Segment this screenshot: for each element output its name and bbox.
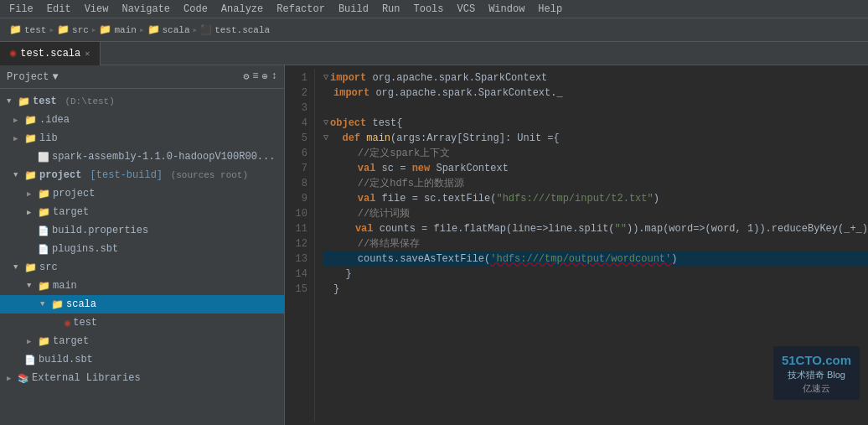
folder-icon-test: 📁 bbox=[18, 96, 30, 108]
breadcrumb-src[interactable]: src bbox=[72, 25, 89, 35]
tabs-bar: ◉ test.scala ✕ bbox=[0, 42, 868, 65]
menu-refactor[interactable]: Refactor bbox=[271, 2, 331, 17]
file-icon-build-props: 📄 bbox=[38, 225, 49, 236]
arrow-main: ▼ bbox=[27, 282, 35, 290]
tree-item-build-properties[interactable]: 📄 build.properties bbox=[0, 221, 284, 240]
kw-val-sc: val bbox=[358, 161, 376, 176]
menu-build[interactable]: Build bbox=[333, 2, 375, 17]
breadcrumb-file[interactable]: test.scala bbox=[214, 25, 270, 35]
tree-item-main[interactable]: ▼ 📁 main bbox=[0, 277, 284, 295]
menu-file[interactable]: File bbox=[3, 2, 39, 17]
tree-label-spark: spark-assembly-1.1.0-hadoopV100R00... bbox=[52, 151, 275, 163]
menu-edit[interactable]: Edit bbox=[41, 2, 77, 17]
tree-label-ext-libs: External Libraries bbox=[32, 372, 141, 384]
folder-icon-main: 📁 bbox=[38, 280, 50, 293]
arrow-test: ▼ bbox=[7, 97, 15, 106]
tree-item-target2[interactable]: ▶ 📁 target bbox=[0, 332, 284, 350]
fold-1[interactable]: ▽ bbox=[323, 70, 328, 86]
menu-tools[interactable]: Tools bbox=[408, 2, 450, 17]
sidebar-action-4[interactable]: ↕ bbox=[271, 70, 277, 83]
kw-val-file: val bbox=[358, 191, 376, 206]
tab-label: test.scala bbox=[20, 48, 80, 60]
space-def bbox=[360, 131, 366, 146]
arrow-test-file bbox=[54, 319, 62, 327]
code-line-10: //统计词频 bbox=[323, 206, 868, 221]
menu-code[interactable]: Code bbox=[178, 2, 214, 17]
sidebar-action-3[interactable]: ⊕ bbox=[262, 70, 268, 83]
tree-sources-root: (sources root) bbox=[165, 170, 248, 180]
kw-import-1: import bbox=[330, 70, 366, 86]
sidebar-action-1[interactable]: ⚙ bbox=[243, 70, 249, 83]
menu-window[interactable]: Window bbox=[483, 2, 530, 17]
menu-run[interactable]: Run bbox=[376, 2, 406, 17]
folder-icon-target2: 📁 bbox=[38, 335, 50, 348]
tree-item-project-sub[interactable]: ▶ 📁 project bbox=[0, 184, 284, 203]
code-line-4: ▽ object test{ bbox=[323, 116, 868, 131]
tree-item-test[interactable]: ▼ 📁 test (D:\test) bbox=[0, 92, 284, 111]
sep2: ▸ bbox=[91, 24, 97, 35]
comment-4: //将结果保存 bbox=[333, 236, 420, 251]
tree-item-scala[interactable]: ▼ 📁 scala bbox=[0, 295, 284, 314]
menu-bar: File Edit View Navigate Code Analyze Ref… bbox=[0, 0, 868, 18]
close-brace-14: } bbox=[333, 267, 352, 282]
tree-item-project-build[interactable]: ▼ 📁 project [test-build] (sources root) bbox=[0, 166, 284, 184]
code-line-3 bbox=[323, 101, 868, 116]
sidebar-dropdown-icon[interactable]: ▼ bbox=[52, 71, 58, 83]
tree-item-build-sbt[interactable]: 📄 build.sbt bbox=[0, 350, 284, 369]
menu-help[interactable]: Help bbox=[532, 2, 568, 17]
tree-item-target1[interactable]: ▶ 📁 target bbox=[0, 203, 284, 221]
tree-item-plugins-sbt[interactable]: 📄 plugins.sbt bbox=[0, 240, 284, 258]
tree-label-target1: target bbox=[53, 206, 89, 218]
class-test: test{ bbox=[366, 116, 402, 131]
tab-scala-icon: ◉ bbox=[10, 47, 16, 60]
editor: 12345 678910 1112131415 ▽ import org.apa… bbox=[285, 65, 868, 425]
fold-4[interactable]: ▽ bbox=[323, 116, 328, 131]
tree-item-spark-jar[interactable]: ⬜ spark-assembly-1.1.0-hadoopV100R00... bbox=[0, 148, 284, 166]
sidebar-header: Project ▼ ⚙ ≡ ⊕ ↕ bbox=[0, 65, 284, 89]
sidebar: Project ▼ ⚙ ≡ ⊕ ↕ ▼ 📁 test (D:\test) ▶ 📁… bbox=[0, 65, 285, 425]
editor-content[interactable]: 12345 678910 1112131415 ▽ import org.apa… bbox=[285, 65, 868, 425]
tree-item-ext-libs[interactable]: ▶ 📚 External Libraries bbox=[0, 369, 284, 387]
tree-label-scala: scala bbox=[66, 298, 96, 310]
bracket-l: [ bbox=[457, 131, 462, 146]
folder-icon-src: 📁 bbox=[24, 262, 37, 274]
main-area: Project ▼ ⚙ ≡ ⊕ ↕ ▼ 📁 test (D:\test) ▶ 📁… bbox=[0, 65, 868, 425]
tree-item-lib[interactable]: ▶ 📁 lib bbox=[0, 129, 284, 148]
file-icon-build-sbt: 📄 bbox=[24, 355, 36, 365]
file-tree: ▼ 📁 test (D:\test) ▶ 📁 .idea ▶ 📁 lib ⬜ bbox=[0, 89, 284, 425]
breadcrumb-main[interactable]: main bbox=[114, 25, 136, 35]
string-output-path: 'hdfs:///tmp/output/wordcount' bbox=[490, 251, 671, 267]
sidebar-action-2[interactable]: ≡ bbox=[252, 70, 258, 83]
menu-vcs[interactable]: VCS bbox=[452, 2, 482, 17]
breadcrumb-test[interactable]: test bbox=[24, 25, 46, 35]
tree-tag-build: [test-build] bbox=[84, 169, 163, 181]
sep4: ▸ bbox=[193, 24, 199, 35]
arrow-target1: ▶ bbox=[27, 208, 35, 217]
sep3: ▸ bbox=[139, 24, 145, 35]
sep1: ▸ bbox=[49, 24, 54, 35]
tree-item-idea[interactable]: ▶ 📁 .idea bbox=[0, 111, 284, 129]
tab-close-button[interactable]: ✕ bbox=[85, 49, 90, 59]
tree-item-src[interactable]: ▼ 📁 src bbox=[0, 258, 284, 277]
comment-2: //定义hdfs上的数据源 bbox=[333, 176, 464, 191]
string-path: "hdfs:///tmp/input/t2.txt" bbox=[496, 191, 653, 206]
arrow-src: ▼ bbox=[13, 263, 22, 272]
close-paren-9: ) bbox=[654, 191, 659, 206]
menu-view[interactable]: View bbox=[79, 2, 115, 17]
tree-label-test: test bbox=[33, 96, 57, 107]
tree-item-test-file[interactable]: ◉ test bbox=[0, 314, 284, 332]
pkg-1: org.apache.spark.SparkContext bbox=[366, 70, 547, 86]
sidebar-actions: ⚙ ≡ ⊕ ↕ bbox=[243, 70, 277, 83]
code-area[interactable]: ▽ import org.apache.spark.SparkContext i… bbox=[315, 69, 868, 422]
indent-7 bbox=[333, 161, 358, 176]
menu-navigate[interactable]: Navigate bbox=[116, 2, 176, 17]
kw-object: object bbox=[330, 116, 366, 131]
tab-test-scala[interactable]: ◉ test.scala ✕ bbox=[0, 42, 101, 65]
breadcrumb-scala[interactable]: scala bbox=[163, 25, 190, 35]
kw-val-counts: val bbox=[355, 221, 374, 236]
menu-analyze[interactable]: Analyze bbox=[215, 2, 269, 17]
line-numbers: 12345 678910 1112131415 bbox=[285, 69, 315, 422]
fold-5[interactable]: ▽ bbox=[323, 131, 328, 146]
tree-label-project: project bbox=[39, 169, 81, 181]
kw-import-2: import bbox=[333, 86, 369, 101]
